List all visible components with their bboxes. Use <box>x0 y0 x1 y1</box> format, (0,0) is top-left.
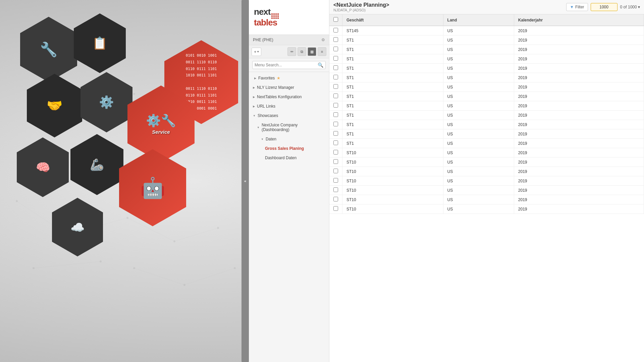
cell-select[interactable] <box>329 64 342 73</box>
workspace-header: PHE (PHE) ⚙ <box>249 35 329 45</box>
cell-select[interactable] <box>329 148 342 158</box>
row-checkbox[interactable] <box>333 37 338 42</box>
favorites-item[interactable]: ▶ Favorites ★ <box>249 73 329 83</box>
table-row[interactable]: ST145 US 2019 <box>329 26 644 36</box>
cell-select[interactable] <box>329 36 342 45</box>
filter-button[interactable]: ▼ Filter <box>566 3 588 11</box>
cell-select[interactable] <box>329 73 342 82</box>
cell-select[interactable] <box>329 204 342 214</box>
row-checkbox[interactable] <box>333 197 338 201</box>
settings-icon[interactable]: ⚙ <box>321 38 325 42</box>
table-row[interactable]: ST10 US 2019 <box>329 204 644 214</box>
nav-item-nexttables-config[interactable]: ▶ NextTables Konfiguration <box>249 92 329 102</box>
table-row[interactable]: ST1 US 2019 <box>329 120 644 129</box>
menu-search-input[interactable] <box>255 63 318 67</box>
row-checkbox[interactable] <box>333 56 338 61</box>
col-header-kalenderjahr[interactable]: Kalenderjahr <box>514 14 644 26</box>
nav-item-nextjuice[interactable]: ▼ NextJuice Company (Dashboarding) <box>249 120 329 134</box>
row-checkbox[interactable] <box>333 103 338 108</box>
workspace-label: PHE (PHE) <box>253 38 273 42</box>
table-row[interactable]: ST1 US 2019 <box>329 45 644 54</box>
nav-item-nly[interactable]: ▶ NLY Lizenz Manager <box>249 83 329 92</box>
row-checkbox[interactable] <box>333 65 338 70</box>
cell-select[interactable] <box>329 167 342 176</box>
table-row[interactable]: ST1 US 2019 <box>329 111 644 120</box>
table-row[interactable]: ST10 US 2019 <box>329 186 644 195</box>
table-row[interactable]: ST1 US 2019 <box>329 82 644 92</box>
plus-arrow-icon: ▾ <box>257 50 259 53</box>
row-checkbox[interactable] <box>333 187 338 192</box>
row-checkbox[interactable] <box>333 140 338 145</box>
search-icon-button[interactable]: 🔍 <box>318 62 323 68</box>
hex-tools: 🔧 <box>20 17 77 82</box>
nav-arrow-showcases: ▼ <box>253 114 256 117</box>
grid-button[interactable]: ▦ <box>308 47 316 56</box>
table-row[interactable]: ST10 US 2019 <box>329 195 644 204</box>
table-row[interactable]: ST10 US 2019 <box>329 176 644 186</box>
row-checkbox[interactable] <box>333 122 338 126</box>
row-checkbox[interactable] <box>333 75 338 79</box>
table-row[interactable]: ST1 US 2019 <box>329 129 644 139</box>
table-row[interactable]: ST1 US 2019 <box>329 64 644 73</box>
data-table-wrapper[interactable]: Geschäft Land Kalenderjahr ST145 US 2019… <box>329 14 644 362</box>
cell-select[interactable] <box>329 82 342 92</box>
row-checkbox[interactable] <box>333 84 338 89</box>
table-row[interactable]: ST1 US 2019 <box>329 101 644 111</box>
col-header-geschaeft[interactable]: Geschäft <box>342 14 443 26</box>
cell-land: US <box>443 54 514 64</box>
cell-select[interactable] <box>329 186 342 195</box>
cell-select[interactable] <box>329 129 342 139</box>
row-checkbox[interactable] <box>333 94 338 98</box>
nav-item-showcases[interactable]: ▼ Showcases <box>249 111 329 120</box>
nav-item-url-links[interactable]: ▶ URL Links <box>249 102 329 111</box>
cell-select[interactable] <box>329 120 342 129</box>
cell-select[interactable] <box>329 54 342 64</box>
add-button[interactable]: + ▾ <box>252 48 261 56</box>
cell-select[interactable] <box>329 92 342 101</box>
table-row[interactable]: ST1 US 2019 <box>329 36 644 45</box>
nav-label-url: URL Links <box>257 104 275 109</box>
cell-select[interactable] <box>329 139 342 148</box>
filter-label: Filter <box>575 5 584 9</box>
table-row[interactable]: ST10 US 2019 <box>329 167 644 176</box>
row-checkbox[interactable] <box>333 150 338 155</box>
row-checkbox[interactable] <box>333 112 338 117</box>
row-checkbox[interactable] <box>333 206 338 211</box>
table-row[interactable]: ST1 US 2019 <box>329 54 644 64</box>
list-button[interactable]: ≡ <box>318 47 326 56</box>
cell-geschaeft: ST10 <box>342 186 443 195</box>
nav-item-gross-sales[interactable]: Gross Sales Planing <box>249 144 329 153</box>
table-row[interactable]: ST10 US 2019 <box>329 158 644 167</box>
table-row[interactable]: ST1 US 2019 <box>329 73 644 82</box>
favorites-label: Favorites <box>258 76 275 80</box>
col-header-select[interactable] <box>329 14 342 26</box>
edit-button[interactable]: ✏ <box>287 47 296 56</box>
row-checkbox[interactable] <box>333 169 338 173</box>
copy-button[interactable]: ⧉ <box>298 47 306 56</box>
table-row[interactable]: ST1 US 2019 <box>329 139 644 148</box>
row-checkbox[interactable] <box>333 178 338 183</box>
cell-select[interactable] <box>329 111 342 120</box>
cell-select[interactable] <box>329 176 342 186</box>
cell-select[interactable] <box>329 26 342 36</box>
cell-geschaeft: ST10 <box>342 204 443 214</box>
row-checkbox[interactable] <box>333 28 338 33</box>
nav-item-daten[interactable]: ▼ Daten <box>249 134 329 144</box>
row-checkbox[interactable] <box>333 159 338 164</box>
hex-handshake: 🤝 <box>27 74 82 137</box>
row-count-input[interactable] <box>591 3 618 11</box>
cell-select[interactable] <box>329 45 342 54</box>
cell-select[interactable] <box>329 195 342 204</box>
nav-label-config: NextTables Konfiguration <box>257 95 302 99</box>
nav-item-dashboard-daten[interactable]: Dashboard Daten <box>249 153 329 163</box>
cell-select[interactable] <box>329 101 342 111</box>
collapse-button[interactable]: « <box>241 0 249 362</box>
col-header-land[interactable]: Land <box>443 14 514 26</box>
row-checkbox[interactable] <box>333 131 338 136</box>
row-checkbox[interactable] <box>333 47 338 51</box>
table-row[interactable]: ST1 US 2019 <box>329 92 644 101</box>
cell-select[interactable] <box>329 158 342 167</box>
select-all-checkbox[interactable] <box>333 17 338 22</box>
table-row[interactable]: ST10 US 2019 <box>329 148 644 158</box>
nav-arrow-url: ▶ <box>253 105 255 108</box>
